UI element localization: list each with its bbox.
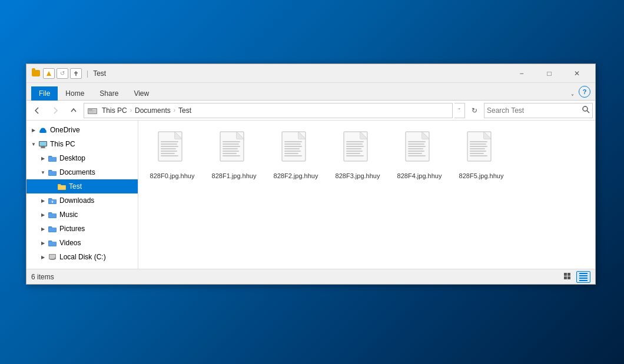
svg-rect-63 <box>346 141 364 142</box>
file-icon <box>464 129 499 169</box>
forward-button[interactable] <box>47 103 64 118</box>
svg-rect-68 <box>346 153 360 154</box>
help-button[interactable]: ? <box>579 86 590 98</box>
address-bar: This PC › Documents › Test ˅ ↻ <box>26 101 595 121</box>
icon-view-button[interactable] <box>576 271 590 283</box>
back-button[interactable] <box>29 103 45 118</box>
up-button[interactable] <box>65 103 82 118</box>
svg-rect-35 <box>161 146 178 147</box>
svg-rect-53 <box>284 141 302 142</box>
quick-access-button[interactable] <box>43 68 55 79</box>
close-button[interactable]: ✕ <box>563 64 590 83</box>
expand-downloads-icon: ▶ <box>38 196 48 205</box>
maximize-button[interactable]: □ <box>536 64 563 83</box>
svg-rect-83 <box>470 141 487 142</box>
file-icon <box>402 129 437 169</box>
svg-rect-37 <box>161 151 177 152</box>
file-name: 828F1.jpg.hhuy <box>212 172 257 180</box>
desktop-label: Desktop <box>59 154 85 162</box>
path-this-pc[interactable]: This PC <box>100 106 129 115</box>
path-test[interactable]: Test <box>177 106 193 115</box>
sidebar-item-downloads[interactable]: ▶ Downloads <box>26 193 138 208</box>
svg-rect-58 <box>284 153 298 154</box>
tab-view[interactable]: View <box>126 86 157 101</box>
svg-rect-49 <box>223 155 240 156</box>
tab-share[interactable]: Share <box>92 86 126 101</box>
sidebar: ▶ OneDrive ▼ <box>26 121 138 269</box>
svg-rect-54 <box>284 143 301 145</box>
svg-rect-7 <box>89 112 94 112</box>
sidebar-item-test[interactable]: Test <box>26 179 138 193</box>
file-item[interactable]: 828F0.jpg.hhuy <box>144 126 200 183</box>
title-separator: | <box>87 69 88 78</box>
svg-rect-44 <box>223 143 239 145</box>
videos-label: Videos <box>59 239 81 247</box>
sidebar-item-videos[interactable]: ▶ Videos <box>26 236 138 250</box>
sidebar-item-desktop[interactable]: ▶ Desktop <box>26 151 138 165</box>
path-sep-1: › <box>130 107 132 113</box>
file-item[interactable]: 828F5.jpg.hhuy <box>453 126 509 183</box>
tab-file[interactable]: File <box>31 86 58 101</box>
svg-rect-93 <box>567 276 570 279</box>
svg-rect-15 <box>39 142 47 146</box>
svg-rect-39 <box>161 155 178 156</box>
sidebar-item-local-disk[interactable]: ▶ Local Disk (C:) <box>26 250 138 264</box>
title-bar-folder-icon <box>31 69 41 78</box>
svg-rect-23 <box>49 213 56 218</box>
sidebar-item-this-pc[interactable]: ▼ This PC <box>26 137 138 151</box>
svg-rect-33 <box>161 141 178 142</box>
sidebar-item-onedrive[interactable]: ▶ OneDrive <box>26 123 138 137</box>
svg-rect-88 <box>470 153 484 154</box>
file-item[interactable]: 828F1.jpg.hhuy <box>206 126 262 183</box>
svg-rect-79 <box>408 155 426 156</box>
sidebar-item-music[interactable]: ▶ Music <box>26 208 138 222</box>
path-documents[interactable]: Documents <box>133 106 172 115</box>
svg-rect-85 <box>470 146 487 147</box>
tab-home[interactable]: Home <box>58 86 92 101</box>
ribbon-collapse-icon[interactable]: ˅ <box>566 93 579 100</box>
svg-rect-47 <box>223 151 239 152</box>
svg-rect-94 <box>579 273 588 274</box>
svg-rect-57 <box>284 151 301 152</box>
window-controls: − □ ✕ <box>508 64 590 83</box>
music-folder-icon <box>48 210 57 219</box>
svg-rect-46 <box>223 148 238 149</box>
svg-rect-25 <box>49 242 56 246</box>
sidebar-item-documents[interactable]: ▼ Documents <box>26 165 138 179</box>
svg-rect-34 <box>161 143 177 145</box>
minimize-button[interactable]: − <box>508 64 535 83</box>
file-item[interactable]: 828F2.jpg.hhuy <box>268 126 324 183</box>
svg-rect-17 <box>41 148 45 148</box>
svg-rect-13 <box>39 131 46 133</box>
expand-videos-icon: ▶ <box>38 238 48 248</box>
svg-rect-64 <box>346 143 363 145</box>
svg-rect-38 <box>161 153 175 154</box>
search-box <box>484 103 593 118</box>
search-input[interactable] <box>487 106 582 115</box>
item-count: 6 items <box>31 273 561 281</box>
svg-marker-16 <box>41 146 45 148</box>
expand-desktop-icon: ▶ <box>38 153 48 163</box>
pictures-folder-icon <box>48 224 57 233</box>
onedrive-icon <box>38 125 48 135</box>
svg-rect-69 <box>346 155 364 156</box>
file-name: 828F5.jpg.hhuy <box>459 172 504 180</box>
svg-rect-67 <box>346 151 363 152</box>
local-disk-label: Local Disk (C:) <box>59 253 106 261</box>
svg-rect-97 <box>579 280 588 281</box>
pin-button[interactable] <box>70 68 82 79</box>
list-view-button[interactable] <box>561 271 575 283</box>
file-item[interactable]: 828F4.jpg.hhuy <box>391 126 447 183</box>
svg-rect-66 <box>346 148 361 149</box>
file-item[interactable]: 828F3.jpg.hhuy <box>330 126 386 183</box>
undo-button[interactable]: ↺ <box>57 68 68 79</box>
ribbon-tabs: File Home Share View ˅ ? <box>26 83 595 101</box>
svg-rect-55 <box>284 146 302 147</box>
sidebar-item-pictures[interactable]: ▶ Pictures <box>26 222 138 236</box>
expand-local-disk-icon: ▶ <box>38 252 48 262</box>
refresh-button[interactable]: ↻ <box>467 103 482 118</box>
downloads-label: Downloads <box>59 196 94 205</box>
svg-rect-19 <box>49 171 56 175</box>
search-submit-icon[interactable] <box>582 106 590 115</box>
address-dropdown-button[interactable]: ˅ <box>454 103 465 118</box>
